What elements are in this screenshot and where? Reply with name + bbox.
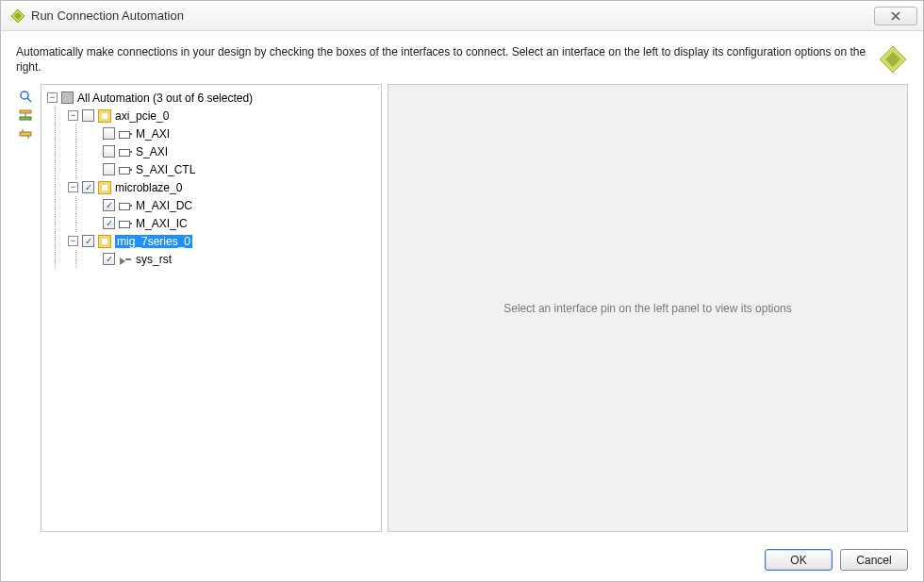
interface-pin-icon	[119, 128, 132, 140]
checkbox-checked[interactable]: ✓	[103, 217, 115, 229]
tree-pane[interactable]: − All Automation (3 out of 6 selected) −…	[41, 84, 382, 532]
svg-point-4	[21, 91, 28, 99]
ip-block-icon	[98, 109, 111, 123]
svg-line-5	[27, 98, 31, 102]
checkbox-tri[interactable]	[61, 91, 74, 104]
close-icon	[890, 11, 901, 21]
collapse-all-icon[interactable]	[19, 127, 32, 141]
tree-node-m-axi-dc[interactable]: ✓ M_AXI_DC	[87, 196, 379, 214]
checkbox-checked[interactable]: ✓	[103, 199, 115, 211]
collapse-icon[interactable]: −	[68, 236, 78, 246]
ip-block-icon	[98, 181, 111, 194]
tree-node-m-axi-ic[interactable]: ✓ M_AXI_IC	[87, 214, 379, 232]
checkbox[interactable]	[82, 109, 94, 122]
tree-node-s-axi-ctl[interactable]: S_AXI_CTL	[87, 160, 379, 178]
close-button[interactable]	[874, 7, 917, 25]
checkbox[interactable]	[103, 163, 115, 175]
collapse-icon[interactable]: −	[68, 110, 78, 121]
right-pane: Select an interface pin on the left pane…	[388, 84, 908, 532]
footer: OK Cancel	[1, 541, 923, 580]
tree-root-row[interactable]: − All Automation (3 out of 6 selected)	[45, 89, 379, 107]
interface-pin-icon	[119, 164, 132, 175]
interface-pin-icon	[119, 200, 132, 211]
tree-item-label: sys_rst	[136, 253, 172, 266]
reset-pin-icon	[119, 254, 132, 265]
tree-item-label: M_AXI	[136, 127, 170, 141]
checkbox-checked[interactable]: ✓	[82, 235, 94, 247]
svg-rect-7	[20, 117, 31, 120]
checkbox[interactable]	[103, 127, 115, 140]
ip-block-icon	[98, 235, 111, 248]
cancel-button[interactable]: Cancel	[840, 549, 908, 571]
checkbox-checked[interactable]: ✓	[82, 181, 94, 193]
brand-icon	[878, 44, 908, 75]
tree-item-label: axi_pcie_0	[115, 109, 169, 123]
titlebar: Run Connection Automation	[1, 1, 923, 31]
app-icon	[10, 8, 25, 24]
tree-item-label: M_AXI_DC	[136, 199, 192, 212]
collapse-icon[interactable]: −	[68, 182, 78, 192]
tree-item-label: M_AXI_IC	[136, 217, 188, 230]
right-pane-placeholder: Select an interface pin on the left pane…	[503, 302, 792, 315]
checkbox-checked[interactable]: ✓	[103, 253, 115, 265]
tree-item-label: S_AXI_CTL	[136, 163, 195, 176]
description-text: Automatically make connections in your d…	[16, 44, 868, 75]
tree-item-label: S_AXI	[136, 145, 168, 158]
interface-pin-icon	[119, 218, 132, 229]
left-gutter	[16, 84, 35, 532]
interface-pin-icon	[119, 146, 132, 158]
tree-item-label: mig_7series_0	[115, 235, 192, 248]
expand-all-icon[interactable]	[19, 108, 32, 122]
ok-button[interactable]: OK	[765, 549, 833, 571]
tree-node-m-axi[interactable]: M_AXI	[87, 125, 379, 142]
tree-node-sys-rst[interactable]: ✓ sys_rst	[87, 250, 379, 268]
tree-node-mig-7series-0[interactable]: − ✓ mig_7series_0	[66, 232, 379, 250]
svg-rect-9	[20, 132, 31, 136]
svg-rect-6	[20, 110, 31, 113]
tree-root-label: All Automation (3 out of 6 selected)	[77, 91, 253, 105]
checkbox[interactable]	[103, 145, 115, 158]
tree-node-microblaze-0[interactable]: − ✓ microblaze_0	[66, 178, 379, 196]
window-title: Run Connection Automation	[31, 8, 184, 23]
tree-node-axi-pcie-0[interactable]: − axi_pcie_0	[66, 107, 379, 125]
collapse-icon[interactable]: −	[47, 92, 58, 103]
search-icon[interactable]	[19, 90, 32, 103]
tree-item-label: microblaze_0	[115, 181, 182, 194]
tree-node-s-axi[interactable]: S_AXI	[87, 142, 379, 160]
